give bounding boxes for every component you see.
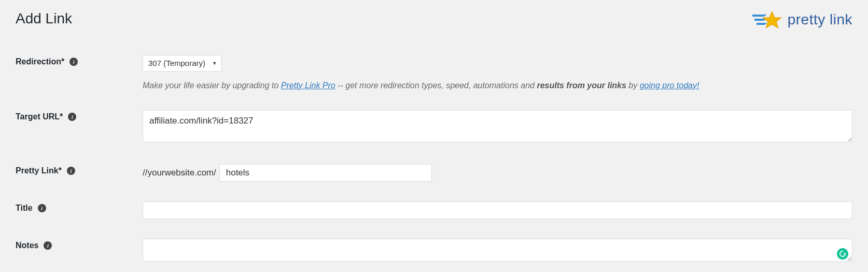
info-icon[interactable]: i [68, 113, 76, 121]
notes-input[interactable] [143, 239, 852, 262]
target-url-input[interactable]: affiliate.com/link?id=18327 [143, 110, 852, 142]
info-icon[interactable]: i [67, 167, 75, 175]
logo-text: pretty link [788, 11, 852, 28]
pretty-link-prefix: //yourwebsite.com/ [143, 168, 219, 178]
info-icon[interactable]: i [44, 241, 52, 250]
page-title: Add Link [16, 10, 72, 27]
title-label-text: Title [16, 203, 33, 213]
help-text-by: by [626, 81, 640, 90]
going-pro-link[interactable]: going pro today! [640, 81, 699, 90]
info-icon[interactable]: i [69, 58, 78, 66]
pretty-link-label: Pretty Link* i [16, 164, 143, 175]
pretty-link-slug-input[interactable] [219, 164, 432, 182]
redirection-select[interactable]: 307 (Temporary) [143, 55, 221, 72]
help-text-strong: results from your links [537, 81, 626, 90]
title-label: Title i [16, 201, 143, 213]
title-input[interactable] [143, 201, 852, 219]
star-wing-icon [752, 10, 783, 29]
pretty-link-label-text: Pretty Link* [16, 166, 62, 175]
pretty-link-logo: pretty link [752, 10, 852, 29]
help-text-mid: -- get more redirection types, speed, au… [335, 81, 537, 90]
target-url-label: Target URL* i [16, 110, 143, 121]
redirection-label: Redirection* i [16, 55, 143, 66]
redirection-help-text: Make your life easier by upgrading to Pr… [143, 81, 852, 90]
redirection-label-text: Redirection* [16, 57, 64, 66]
help-text-pre: Make your life easier by upgrading to [143, 81, 281, 90]
notes-label: Notes i [16, 239, 143, 250]
notes-label-text: Notes [16, 241, 38, 250]
redirection-select-value: 307 (Temporary) [143, 56, 221, 71]
pretty-link-pro-link[interactable]: Pretty Link Pro [281, 81, 335, 90]
info-icon[interactable]: i [38, 204, 46, 212]
target-url-label-text: Target URL* [16, 112, 63, 121]
